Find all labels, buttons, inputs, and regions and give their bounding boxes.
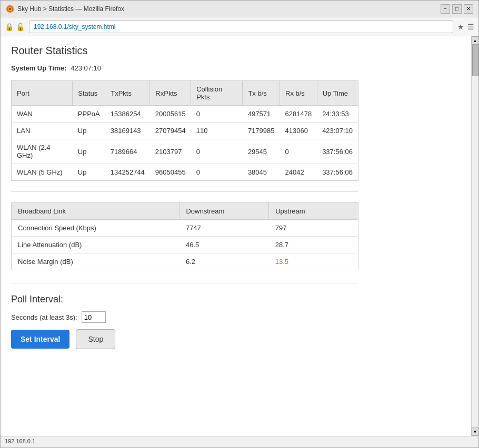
broadband-table: Broadband Link Downstream Upstream Conne…: [11, 202, 358, 270]
cell-collision: 0: [191, 139, 243, 164]
cell-txpkts: 38169143: [105, 123, 150, 139]
col-port: Port: [12, 81, 73, 106]
table-row: WAN PPPoA 15386254 20005615 0 497571 628…: [12, 106, 358, 123]
cell-port: WLAN (2.4 GHz): [12, 139, 73, 164]
security-icon: 🔒: [5, 23, 14, 31]
cell-downstream: 46.5: [179, 237, 269, 253]
col-txpkts: TxPkts: [105, 81, 150, 106]
cell-collision: 0: [191, 106, 243, 123]
browser-title: Sky Hub > Statistics — Mozilla Firefox: [17, 5, 124, 13]
interval-input[interactable]: [82, 311, 106, 323]
cell-txpkts: 134252744: [105, 164, 150, 181]
scrollbar-down-button[interactable]: ▼: [472, 427, 479, 436]
cell-uptime: 337:56:06: [317, 164, 358, 181]
cell-txbs: 7179985: [243, 123, 280, 139]
cell-txpkts: 15386254: [105, 106, 150, 123]
svg-point-2: [9, 8, 11, 10]
maximize-button[interactable]: □: [452, 4, 462, 14]
cell-status: PPPoA: [73, 106, 105, 123]
firefox-icon: [6, 5, 14, 13]
cell-status: Up: [73, 164, 105, 181]
status-bar: 192.168.0.1: [1, 436, 478, 447]
cell-upstream: 13.5: [269, 253, 358, 270]
menu-icon[interactable]: ☰: [467, 23, 474, 31]
col-rxbs: Rx b/s: [280, 81, 317, 106]
table-row: WLAN (2.4 GHz) Up 7189664 2103797 0 2954…: [12, 139, 358, 164]
title-bar-controls: − □ ✕: [441, 4, 473, 14]
browser-window: Sky Hub > Statistics — Mozilla Firefox −…: [0, 0, 479, 448]
navigation-bar: 🔒 🔓 ★ ☰: [1, 17, 478, 36]
col-downstream: Downstream: [179, 203, 269, 220]
cell-uptime: 423:07:10: [317, 123, 358, 139]
table-row: WLAN (5 GHz) Up 134252744 96050455 0 380…: [12, 164, 358, 181]
poll-interval-title: Poll Interval:: [11, 294, 461, 305]
poll-buttons-row: Set Interval Stop: [11, 329, 461, 349]
cell-rxbs: 413060: [280, 123, 317, 139]
col-broadband-link: Broadband Link: [12, 203, 179, 220]
scrollbar-up-button[interactable]: ▲: [472, 36, 479, 45]
cell-rxpkts: 27079454: [150, 123, 191, 139]
section-separator-2: [11, 283, 358, 283]
table-row: LAN Up 38169143 27079454 110 7179985 413…: [12, 123, 358, 139]
cell-status: Up: [73, 139, 105, 164]
minimize-button[interactable]: −: [441, 4, 450, 14]
cell-txbs: 29545: [243, 139, 280, 164]
col-rxpkts: RxPkts: [150, 81, 191, 106]
cell-collision: 110: [191, 123, 243, 139]
browser-body: Router Statistics System Up Time: 423:07…: [1, 36, 478, 436]
cell-rxbs: 24042: [280, 164, 317, 181]
page-title: Router Statistics: [11, 45, 461, 57]
cell-port: LAN: [12, 123, 73, 139]
page-content: Router Statistics System Up Time: 423:07…: [1, 36, 471, 436]
title-bar-left: Sky Hub > Statistics — Mozilla Firefox: [6, 5, 124, 13]
scrollbar-thumb[interactable]: [472, 45, 478, 76]
table-row: Line Attenuation (dB) 46.5 28.7: [12, 237, 358, 253]
cell-bb-label: Noise Margin (dB): [12, 253, 179, 270]
ports-table: Port Status TxPkts RxPkts Collision Pkts…: [11, 80, 358, 181]
title-bar: Sky Hub > Statistics — Mozilla Firefox −…: [1, 1, 478, 17]
close-button[interactable]: ✕: [464, 4, 473, 14]
cell-uptime: 24:33:53: [317, 106, 358, 123]
cell-bb-label: Connection Speed (Kbps): [12, 220, 179, 237]
uptime-label: System Up Time:: [11, 64, 66, 72]
cell-upstream: 797: [269, 220, 358, 237]
address-bar[interactable]: [29, 21, 453, 33]
col-collision: Collision Pkts: [191, 81, 243, 106]
bookmark-icon[interactable]: ★: [457, 23, 464, 31]
set-interval-button[interactable]: Set Interval: [11, 330, 69, 349]
scrollbar-thumb-area[interactable]: [472, 45, 478, 427]
seconds-label: Seconds (at least 3s):: [11, 313, 77, 321]
nav-icons: 🔒 🔓: [5, 23, 25, 31]
col-txbs: Tx b/s: [243, 81, 280, 106]
cell-rxbs: 0: [280, 139, 317, 164]
nav-right-icons: ★ ☰: [457, 23, 474, 31]
cell-rxpkts: 20005615: [150, 106, 191, 123]
col-status: Status: [73, 81, 105, 106]
lock-icon: 🔓: [16, 23, 25, 31]
cell-rxpkts: 2103797: [150, 139, 191, 164]
stop-button[interactable]: Stop: [76, 329, 115, 349]
cell-rxpkts: 96050455: [150, 164, 191, 181]
cell-port: WLAN (5 GHz): [12, 164, 73, 181]
cell-downstream: 6.2: [179, 253, 269, 270]
table-row: Connection Speed (Kbps) 7747 797: [12, 220, 358, 237]
cell-status: Up: [73, 123, 105, 139]
cell-upstream: 28.7: [269, 237, 358, 253]
cell-port: WAN: [12, 106, 73, 123]
cell-bb-label: Line Attenuation (dB): [12, 237, 179, 253]
cell-downstream: 7747: [179, 220, 269, 237]
uptime-value: 423:07:10: [71, 64, 101, 72]
cell-txbs: 38045: [243, 164, 280, 181]
scrollbar-track: ▲ ▼: [471, 36, 478, 436]
col-uptime: Up Time: [317, 81, 358, 106]
cell-txpkts: 7189664: [105, 139, 150, 164]
cell-collision: 0: [191, 164, 243, 181]
status-bar-text: 192.168.0.1: [5, 438, 35, 444]
table-row: Noise Margin (dB) 6.2 13.5: [12, 253, 358, 270]
poll-section: Poll Interval: Seconds (at least 3s): Se…: [11, 294, 461, 349]
cell-uptime: 337:56:06: [317, 139, 358, 164]
section-separator-1: [11, 191, 358, 192]
poll-interval-row: Seconds (at least 3s):: [11, 311, 461, 323]
system-uptime-row: System Up Time: 423:07:10: [11, 64, 461, 72]
col-upstream: Upstream: [269, 203, 358, 220]
